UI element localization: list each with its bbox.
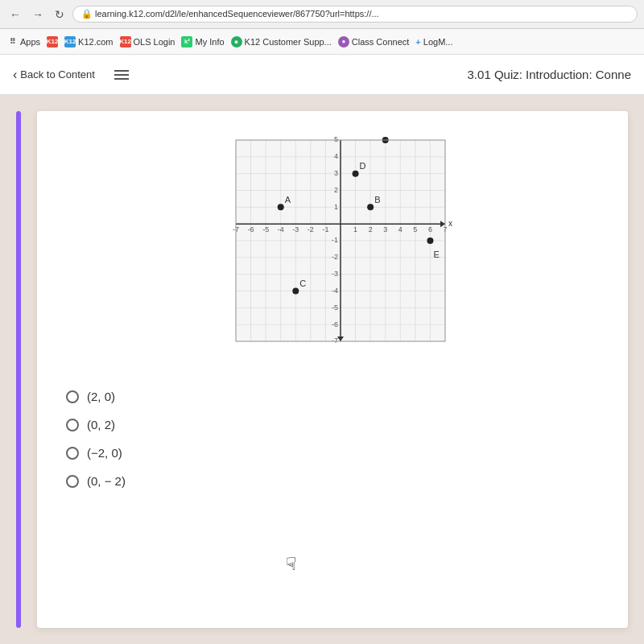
radio-3[interactable] (66, 447, 79, 460)
bookmark-support-label: K12 Customer Supp... (245, 37, 332, 47)
hamburger-menu-button[interactable] (114, 70, 129, 80)
bookmark-myinfo-label: My Info (195, 37, 224, 47)
k12-1-icon: K12 (47, 36, 58, 47)
answer-label-3: (−2, 0) (87, 446, 122, 460)
radio-4[interactable] (66, 475, 79, 488)
content-area: ‹ Back to Content 3.01 Quiz: Introductio… (0, 55, 644, 644)
graph-container (50, 124, 615, 365)
bookmarks-bar: ⠿ Apps K12 K12 K12.com K12 OLS Login k² … (0, 29, 644, 55)
bookmark-k12-1[interactable]: K12 (47, 36, 58, 47)
answer-choices: (2, 0) (0, 2) (−2, 0) (0, − 2) (50, 382, 615, 510)
page-header: ‹ Back to Content 3.01 Quiz: Introductio… (0, 55, 644, 95)
chevron-left-icon: ‹ (13, 68, 17, 82)
answer-choice-4[interactable]: (0, − 2) (66, 474, 599, 488)
quiz-content: (2, 0) (0, 2) (−2, 0) (0, − 2) (37, 111, 628, 628)
apps-icon: ⠿ (6, 36, 18, 47)
answer-label-4: (0, − 2) (87, 474, 126, 488)
bookmark-myinfo[interactable]: k² My Info (181, 36, 224, 47)
logm-icon: + (415, 37, 420, 47)
bookmark-ols[interactable]: K12 OLS Login (120, 36, 175, 47)
refresh-button[interactable]: ↻ (52, 6, 68, 23)
radio-2[interactable] (66, 419, 79, 431)
answer-label-1: (2, 0) (87, 390, 115, 403)
bookmark-apps[interactable]: ⠿ Apps (6, 36, 40, 47)
ols-icon: K12 (120, 36, 131, 47)
lock-icon: 🔒 (81, 9, 93, 19)
myinfo-icon: k² (181, 36, 192, 47)
bookmark-k12com-label: K12.com (78, 37, 113, 47)
back-to-content-button[interactable]: ‹ Back to Content (13, 68, 95, 82)
k12com-icon: K12 (64, 36, 76, 47)
answer-choice-3[interactable]: (−2, 0) (66, 446, 599, 460)
forward-button[interactable]: → (29, 6, 47, 23)
bookmark-apps-label: Apps (20, 37, 40, 47)
browser-chrome: ← → ↻ 🔒 learning.k12.com/d2l/le/enhanced… (0, 0, 644, 55)
nav-bar: ← → ↻ 🔒 learning.k12.com/d2l/le/enhanced… (0, 0, 644, 29)
answer-choice-1[interactable]: (2, 0) (66, 390, 599, 403)
classconnect-icon: ● (338, 36, 349, 47)
answer-label-2: (0, 2) (87, 418, 115, 431)
answer-choice-2[interactable]: (0, 2) (66, 418, 599, 431)
bookmark-logm-label: LogM... (423, 37, 453, 47)
bookmark-classconnect[interactable]: ● Class Connect (338, 36, 410, 47)
bookmark-logm[interactable]: + LogM... (415, 37, 452, 47)
left-accent-bar (16, 111, 21, 628)
bookmark-classconnect-label: Class Connect (352, 37, 410, 47)
back-label: Back to Content (20, 68, 95, 80)
address-bar[interactable]: 🔒 learning.k12.com/d2l/le/enhancedSequen… (72, 6, 638, 23)
quiz-area: (2, 0) (0, 2) (−2, 0) (0, − 2) (0, 95, 644, 644)
bookmark-support[interactable]: ● K12 Customer Supp... (231, 36, 332, 47)
coordinate-graph (204, 124, 461, 365)
back-button[interactable]: ← (6, 6, 24, 23)
support-icon: ● (231, 36, 242, 47)
page-title: 3.01 Quiz: Introduction: Conne (468, 68, 631, 81)
radio-1[interactable] (66, 390, 79, 403)
bookmark-k12com[interactable]: K12 K12.com (64, 36, 113, 47)
bookmark-ols-label: OLS Login (134, 37, 175, 47)
